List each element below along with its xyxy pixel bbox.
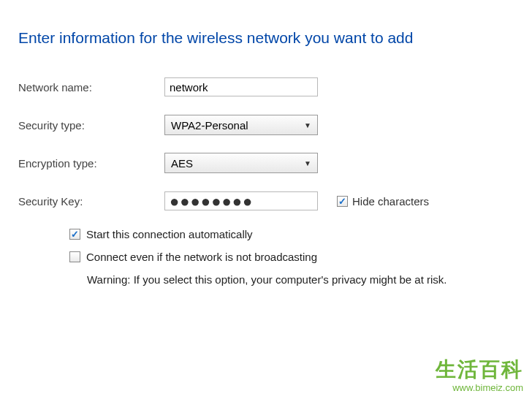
start-auto-row: ✓ Start this connection automatically (69, 228, 514, 240)
network-name-label: Network name: (18, 81, 164, 94)
start-auto-label: Start this connection automatically (86, 228, 253, 240)
encryption-type-value: AES (171, 157, 301, 170)
watermark-url: www.bimeiz.com (436, 382, 523, 393)
encryption-type-select[interactable]: AES ▼ (164, 153, 318, 173)
dialog-content: Enter information for the wireless netwo… (0, 0, 532, 300)
connect-hidden-checkbox[interactable] (69, 251, 80, 262)
checkmark-icon: ✓ (71, 229, 79, 239)
connect-hidden-label: Connect even if the network is not broad… (86, 251, 317, 263)
page-title: Enter information for the wireless netwo… (18, 29, 514, 47)
security-key-label: Security Key: (18, 195, 164, 208)
security-key-row: Security Key: ●●●●●●●● ✓ Hide characters (18, 190, 514, 212)
network-name-input[interactable] (164, 77, 318, 96)
security-type-select[interactable]: WPA2-Personal ▼ (164, 115, 318, 135)
security-type-row: Security type: WPA2-Personal ▼ (18, 114, 514, 136)
chevron-down-icon: ▼ (304, 159, 311, 167)
network-name-row: Network name: (18, 76, 514, 98)
security-type-label: Security type: (18, 119, 164, 132)
connect-hidden-row: Connect even if the network is not broad… (69, 251, 514, 263)
start-auto-checkbox[interactable]: ✓ (69, 229, 80, 240)
hide-characters-checkbox[interactable]: ✓ (337, 196, 348, 207)
hide-characters-group: ✓ Hide characters (337, 195, 429, 208)
security-key-input[interactable]: ●●●●●●●● (164, 191, 318, 210)
hide-characters-label: Hide characters (352, 195, 429, 208)
security-type-value: WPA2-Personal (171, 119, 301, 132)
encryption-type-label: Encryption type: (18, 157, 164, 170)
chevron-down-icon: ▼ (304, 121, 311, 129)
checkmark-icon: ✓ (338, 197, 346, 206)
encryption-type-row: Encryption type: AES ▼ (18, 152, 514, 174)
warning-text: Warning: If you select this option, your… (87, 273, 514, 286)
watermark: 生活百科 www.bimeiz.com (436, 356, 523, 393)
watermark-text: 生活百科 (436, 356, 523, 384)
